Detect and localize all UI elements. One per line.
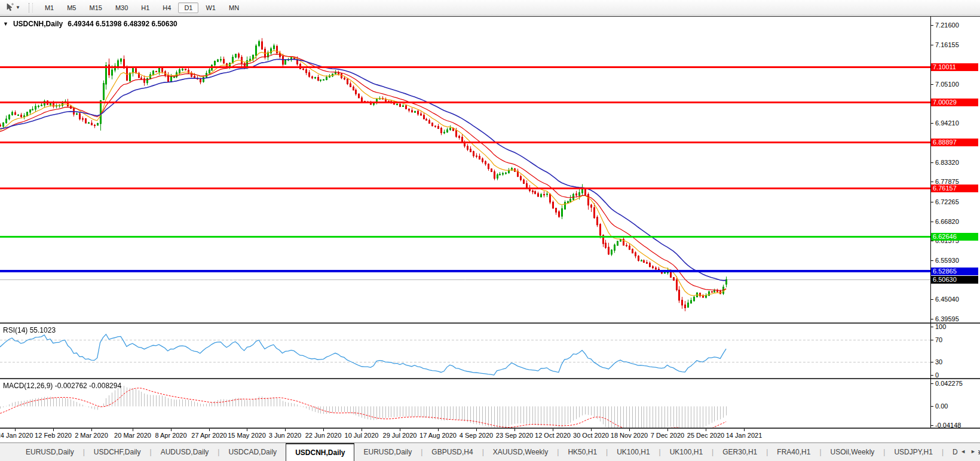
price-pane: ▼ USDCNH,Daily 6.49344 6.51398 6.48392 6… (0, 17, 930, 322)
axis-tick-mark (931, 340, 933, 340)
price-chart-canvas[interactable] (0, 17, 930, 322)
tab-fra40-h1[interactable]: FRA40,H1 (768, 443, 819, 461)
axis-tick-mark (931, 241, 933, 241)
date-label: 14 Jan 2021 (726, 432, 762, 439)
timeframe-button-m30[interactable]: M30 (109, 2, 134, 13)
level-price-tag: 6.52865 (931, 268, 978, 275)
time-tick-mark (476, 429, 477, 431)
timeframe-button-mn[interactable]: MN (223, 2, 245, 13)
axis-tick-mark (931, 425, 933, 426)
crosshair-tool-button[interactable]: ▼ (2, 1, 23, 14)
time-tick-mark (591, 429, 592, 431)
crosshair-cursor-icon (5, 3, 14, 12)
time-tick-mark (744, 429, 745, 431)
level-price-tag: 6.76157 (931, 185, 978, 192)
time-tick-mark (133, 429, 133, 431)
tab-gbpusd-h4[interactable]: GBPUSD,H4 (422, 443, 482, 461)
toolbar: ▼ M1M5M15M30H1H4D1W1MN (0, 0, 980, 16)
date-label: 24 Jan 2020 (0, 432, 33, 439)
tab-usoil-weekly[interactable]: USOil,Weekly (822, 443, 884, 461)
tab-uk100-h1[interactable]: UK100,H1 (608, 443, 659, 461)
date-label: 12 Feb 2020 (35, 432, 72, 439)
chart-ohlc-values: 6.49344 6.51398 6.48392 6.50630 (68, 20, 177, 28)
price-tick-label: 0.042275 (935, 380, 963, 387)
timeframe-button-d1[interactable]: D1 (178, 2, 198, 13)
timeframe-button-h1[interactable]: H1 (135, 2, 155, 13)
timeframe-group: M1M5M15M30H1H4D1W1MN (36, 0, 248, 15)
time-tick-mark (667, 429, 668, 431)
price-tick-label: 100 (935, 323, 946, 330)
date-label: 15 May 2020 (228, 432, 266, 439)
time-tick-mark (629, 429, 630, 431)
date-label: 17 Aug 2020 (419, 432, 457, 439)
timeframe-button-m5[interactable]: M5 (61, 2, 82, 13)
rsi-label: RSI(14) 55.1023 (3, 326, 56, 334)
price-tick-label: 0.00 (935, 402, 948, 410)
axis-tick-mark (931, 406, 933, 407)
time-tick-mark (438, 429, 439, 431)
price-axis[interactable]: 7.216007.161557.051006.942106.833206.778… (930, 16, 980, 442)
axis-tick-mark (931, 383, 933, 384)
time-tick-mark (209, 429, 210, 431)
tab-usdcnh-daily[interactable]: USDCNH,Daily (286, 443, 354, 461)
date-label: 30 Oct 2020 (573, 432, 609, 439)
time-tick-mark (514, 429, 515, 431)
date-label: 25 Dec 2020 (687, 432, 724, 439)
axis-tick-mark (931, 25, 933, 26)
date-label: 3 Jun 2020 (269, 432, 301, 439)
tab-scroll-right-button[interactable]: ► (970, 448, 976, 455)
price-tick-label: 6.45040 (935, 296, 959, 303)
price-tick-label: 6.94210 (935, 119, 959, 127)
chart-window: ▼ USDCNH,Daily 6.49344 6.51398 6.48392 6… (0, 16, 980, 442)
cursor-tool-group: ▼ (0, 0, 26, 15)
axis-tick-mark (931, 362, 933, 362)
axis-tick-mark (931, 45, 933, 45)
timeframe-button-h4[interactable]: H4 (157, 2, 177, 13)
axis-tick-mark (931, 375, 933, 376)
level-price-tag: 6.88897 (931, 139, 978, 146)
axis-tick-mark (931, 84, 933, 85)
tab-usdcad-daily[interactable]: USDCAD,Daily (219, 443, 286, 461)
rsi-canvas[interactable] (0, 324, 930, 378)
time-tick-mark (400, 429, 400, 431)
price-tick-label: -0.04148 (935, 422, 961, 429)
macd-canvas[interactable] (0, 379, 930, 428)
mt4-platform: ▼ M1M5M15M30H1H4D1W1MN ▼ USDCNH,Daily 6.… (0, 0, 980, 461)
date-label: 2 Mar 2020 (75, 432, 108, 439)
price-tick-label: 30 (935, 358, 942, 365)
tab-eurusd-daily[interactable]: EURUSD,Daily (17, 443, 83, 461)
tab-ger30-h1[interactable]: GER30,H1 (713, 443, 766, 461)
price-tick-label: 6.72265 (935, 198, 959, 205)
time-tick-mark (362, 429, 362, 431)
axis-tick-mark (931, 222, 933, 222)
axis-tick-mark (931, 202, 933, 202)
price-tick-label: 6.39595 (935, 315, 959, 322)
timeframe-button-w1[interactable]: W1 (200, 2, 222, 13)
date-label: 4 Sep 2020 (460, 432, 493, 439)
tab-usdjpy-h1[interactable]: USDJPY,H1 (885, 443, 941, 461)
tab-eurusd-daily[interactable]: EURUSD,Daily (354, 443, 421, 461)
timeframe-button-m1[interactable]: M1 (39, 2, 60, 13)
axis-tick-mark (931, 182, 933, 182)
timeframe-button-m15[interactable]: M15 (83, 2, 108, 13)
toolbar-gripper (29, 3, 33, 13)
price-tick-label: 6.55930 (935, 257, 959, 264)
chart-title: ▼ USDCNH,Daily 6.49344 6.51398 6.48392 6… (3, 20, 177, 28)
date-label: 20 Mar 2020 (114, 432, 151, 439)
macd-pane: MACD(12,26,9) -0.002762 -0.008294 (0, 379, 930, 428)
macd-label: MACD(12,26,9) -0.002762 -0.008294 (3, 382, 121, 390)
time-tick-mark (171, 429, 172, 431)
tab-scroll-left-button[interactable]: ◄ (960, 448, 966, 455)
current-price-tag: 6.50630 (931, 276, 978, 284)
tab-usdchf-daily[interactable]: USDCHF,Daily (85, 443, 150, 461)
level-price-tag: 6.62646 (931, 233, 978, 241)
axis-tick-mark (931, 327, 933, 327)
time-axis[interactable]: 24 Jan 202012 Feb 20202 Mar 202020 Mar 2… (0, 429, 930, 442)
tab-xauusd-weekly[interactable]: XAUUSD,Weekly (484, 443, 557, 461)
chart-symbol-dropdown-icon[interactable]: ▼ (3, 21, 8, 27)
time-tick-mark (247, 429, 247, 431)
tab-hk50-h1[interactable]: HK50,H1 (559, 443, 606, 461)
tab-audusd-daily[interactable]: AUDUSD,Daily (152, 443, 218, 461)
time-tick-mark (15, 429, 16, 431)
tab-uk100-h1[interactable]: UK100,H1 (661, 443, 712, 461)
